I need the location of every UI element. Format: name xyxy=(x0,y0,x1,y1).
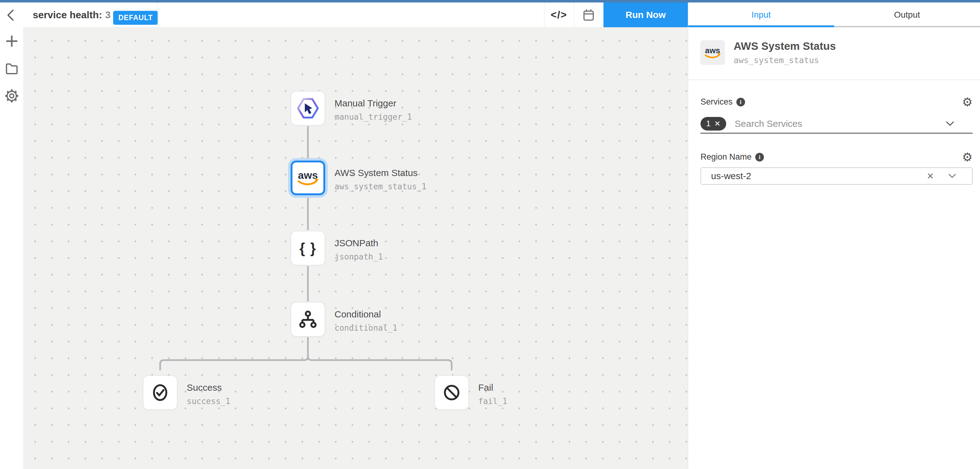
node-title: AWS System Status xyxy=(334,168,426,179)
workflow-title: service health:3 xyxy=(33,9,111,21)
node-manual-trigger[interactable] xyxy=(291,91,325,126)
node-label: AWS System Status aws_system_status_1 xyxy=(334,168,426,192)
back-chevron-icon xyxy=(6,9,14,21)
conditional-branch-icon xyxy=(298,309,318,329)
region-label-row: Region Name i ⚙ xyxy=(700,152,972,162)
node-id: conditional_1 xyxy=(334,322,398,333)
node-label: Success success_1 xyxy=(187,382,230,407)
folder-icon xyxy=(5,62,18,75)
aws-logo-icon: aws xyxy=(295,168,321,187)
panel-node-id: aws_system_status xyxy=(733,55,836,65)
panel-node-title: AWS System Status xyxy=(733,40,836,52)
panel-tabbar: Input Output xyxy=(688,3,980,27)
code-icon: </> xyxy=(550,9,567,21)
services-placeholder: Search Services xyxy=(735,118,802,129)
workflow-name: service health: xyxy=(33,9,102,21)
tab-underline-inactive xyxy=(834,26,980,27)
region-chevron-down-icon[interactable] xyxy=(948,174,956,179)
node-title: Manual Trigger xyxy=(334,98,412,109)
svg-text:aws: aws xyxy=(298,169,318,181)
plus-icon xyxy=(5,34,19,48)
node-id: jsonpath_1 xyxy=(334,251,383,262)
node-fail[interactable] xyxy=(434,375,469,410)
jsonpath-braces-icon: { } xyxy=(299,240,317,257)
node-success[interactable] xyxy=(143,375,177,410)
node-label: Conditional conditional_1 xyxy=(334,309,398,333)
services-info-icon[interactable]: i xyxy=(737,98,745,107)
config-panel: Input Output aws AWS System Status aws_s… xyxy=(688,3,980,469)
node-conditional[interactable] xyxy=(291,302,325,337)
run-now-button[interactable]: Run Now xyxy=(603,3,688,27)
success-check-icon xyxy=(150,382,170,403)
region-label: Region Name xyxy=(700,152,751,162)
panel-node-titles: AWS System Status aws_system_status xyxy=(733,40,836,65)
node-label: Fail fail_1 xyxy=(478,382,508,407)
node-title: JSONPath xyxy=(334,238,383,249)
gear-icon xyxy=(5,89,19,103)
aws-logo-chip: aws xyxy=(700,40,725,65)
node-title: Fail xyxy=(478,382,508,393)
svg-text:aws: aws xyxy=(705,46,720,55)
add-node-button[interactable] xyxy=(5,34,19,49)
node-jsonpath[interactable]: { } xyxy=(291,231,325,265)
tab-underline-active xyxy=(688,26,834,27)
fail-block-icon xyxy=(442,383,461,402)
tab-input[interactable]: Input xyxy=(688,3,834,27)
panel-node-header: aws AWS System Status aws_system_status xyxy=(700,40,836,65)
workflow-run-count: 3 xyxy=(105,9,111,21)
services-count: 1 xyxy=(706,119,710,128)
node-title: Conditional xyxy=(334,309,398,320)
workflow-app: service health:3 DEFAULT </> Run Now xyxy=(0,0,980,469)
services-settings-icon[interactable]: ⚙ xyxy=(962,97,972,107)
files-button[interactable] xyxy=(5,62,18,76)
node-id: success_1 xyxy=(187,396,230,407)
region-info-icon[interactable]: i xyxy=(755,153,764,161)
tab-output[interactable]: Output xyxy=(834,3,980,27)
settings-button[interactable] xyxy=(5,89,19,104)
manual-trigger-icon xyxy=(296,98,319,118)
schedule-button[interactable] xyxy=(574,3,603,27)
services-select[interactable]: 1 ✕ Search Services xyxy=(700,115,972,134)
services-label: Services xyxy=(700,97,733,107)
node-label: Manual Trigger manual_trigger_1 xyxy=(334,98,412,123)
region-value-input[interactable] xyxy=(701,171,918,181)
region-settings-icon[interactable]: ⚙ xyxy=(962,153,972,162)
chip-close-icon[interactable]: ✕ xyxy=(714,120,720,128)
workflow-canvas[interactable]: Manual Trigger manual_trigger_1 aws AWS … xyxy=(23,27,688,469)
left-toolbar xyxy=(0,27,23,469)
node-id: fail_1 xyxy=(478,396,508,407)
calendar-icon xyxy=(583,8,595,21)
node-id: manual_trigger_1 xyxy=(334,112,412,123)
back-button[interactable] xyxy=(4,9,17,21)
services-count-chip[interactable]: 1 ✕ xyxy=(700,117,726,131)
node-title: Success xyxy=(187,382,230,393)
region-select[interactable]: ✕ xyxy=(700,168,972,185)
node-label: JSONPath jsonpath_1 xyxy=(334,238,383,262)
node-aws-system-status[interactable]: aws xyxy=(291,161,325,195)
code-view-button[interactable]: </> xyxy=(544,3,574,27)
services-chevron-down-icon[interactable] xyxy=(946,121,954,126)
default-badge: DEFAULT xyxy=(113,11,158,25)
node-id: aws_system_status_1 xyxy=(334,181,426,192)
aws-logo-icon: aws xyxy=(703,45,722,60)
region-clear-icon[interactable]: ✕ xyxy=(927,171,934,181)
header-bar: service health:3 DEFAULT </> Run Now xyxy=(0,3,688,27)
services-label-row: Services i ⚙ xyxy=(700,97,972,107)
panel-divider xyxy=(688,80,980,80)
window-top-strip xyxy=(0,0,980,3)
